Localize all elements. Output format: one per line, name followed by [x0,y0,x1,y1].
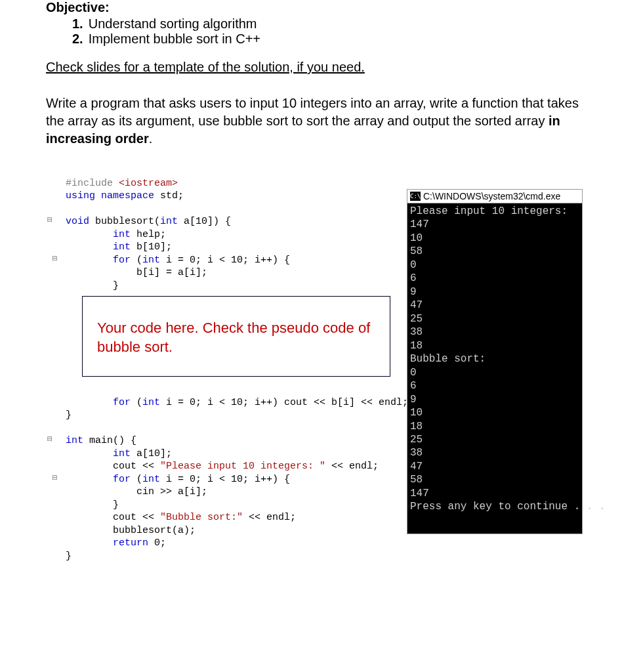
kw-using: using [66,190,95,201]
include-header: <iostream> [119,178,178,189]
fold-icon: ⊟ [47,473,58,484]
kw-return: return [113,537,148,549]
code-text: ( [131,255,142,266]
kw-int: int [142,474,160,485]
objective-heading: Objective: [46,0,583,15]
kw-int: int [66,435,83,446]
string-literal: "Bubble sort:" [160,512,243,523]
list-number: 1. [72,16,83,32]
kw-for: for [113,474,131,485]
kw-void: void [66,216,89,227]
document-page: Objective: 1. Understand sorting algorit… [0,0,622,602]
code-text: std; [160,190,184,201]
terminal-window: C:\ C:\WINDOWS\system32\cmd.exe Please i… [407,189,583,534]
objective-list: 1. Understand sorting algorithm 2. Imple… [72,16,583,47]
code-editor: #include <iostream> using namespace std;… [66,164,407,576]
kw-int: int [142,255,160,266]
instruction-end: . [149,131,153,146]
kw-for: for [113,397,131,408]
kw-int: int [113,448,131,459]
code-text: i = 0; i < 10; i++) { [160,255,290,266]
kw-int: int [142,397,160,408]
placeholder-text: Your code here. Check the pseudo code of… [97,320,370,355]
slides-note: Check slides for a template of the solut… [46,60,583,75]
terminal-title-text: C:\WINDOWS\system32\cmd.exe [423,191,560,201]
code-text: } [66,499,119,511]
placeholder-box: Your code here. Check the pseudo code of… [82,296,390,377]
code-text: b[10]; [131,242,172,253]
cmd-icon: C:\ [410,192,421,201]
terminal-titlebar: C:\ C:\WINDOWS\system32\cmd.exe [407,190,582,203]
list-item: 1. Understand sorting algorithm [72,16,583,32]
code-text: } [66,410,72,421]
code-text: bubblesort( [95,216,160,227]
code-text: bubblesort(a); [66,525,196,536]
kw-for: for [113,255,131,266]
instruction-text: Write a program that asks users to input… [46,96,579,128]
pp-include: #include [66,178,113,189]
code-text: } [66,280,119,291]
code-text: b[i] = a[i]; [66,267,207,278]
code-text: ( [131,474,142,485]
work-area: #include <iostream> using namespace std;… [66,164,583,576]
code-text: << endl; [243,512,296,523]
fold-icon: ⊟ [47,434,52,446]
code-text: ( [131,397,142,408]
code-text: } [66,551,72,562]
terminal-wrap: C:\ C:\WINDOWS\system32\cmd.exe Please i… [407,189,583,576]
list-text: Implement bubble sort in C++ [89,32,260,47]
list-item: 2. Implement bubble sort in C++ [72,32,583,47]
code-text: cout << [66,512,160,523]
code-text: cin >> a[i]; [66,486,207,497]
fold-icon: ⊟ [47,215,52,226]
code-text: << endl; [325,461,379,472]
code-text: a[10]; [131,448,172,459]
string-literal: "Please input 10 integers: " [160,461,325,472]
code-text: a[10]) { [178,216,231,227]
code-text: i = 0; i < 10; i++) cout << b[i] << endl… [160,397,408,408]
kw-int: int [113,229,131,240]
instructions: Write a program that asks users to input… [46,94,583,148]
kw-namespace: namespace [101,190,154,201]
list-number: 2. [72,32,83,47]
code-text: cout << [66,461,160,472]
code-text: i = 0; i < 10; i++) { [160,474,290,485]
kw-int: int [160,216,178,227]
code-text: help; [131,229,166,240]
code-text: 0; [148,537,166,549]
kw-int: int [113,242,131,253]
list-text: Understand sorting algorithm [89,16,257,32]
code-text: main() { [83,435,136,446]
fold-icon: ⊟ [47,254,58,265]
terminal-output: Please input 10 integers: 147 10 58 0 6 … [407,203,582,534]
